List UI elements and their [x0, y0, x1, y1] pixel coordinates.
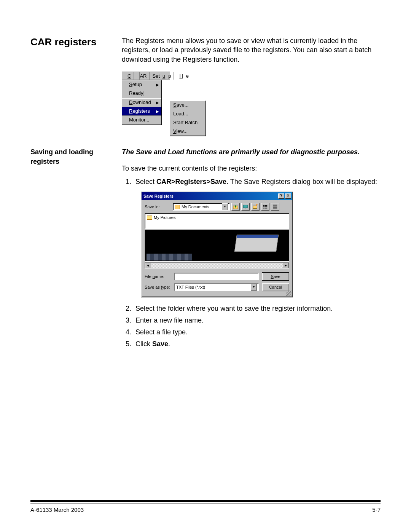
close-icon[interactable]: × [285, 193, 291, 199]
saveastype-label: Save as type: [145, 284, 171, 291]
scroll-left-icon[interactable]: ◄ [145, 263, 151, 268]
svg-rect-5 [263, 205, 264, 206]
help-icon[interactable]: ? [278, 193, 284, 199]
scroll-right-icon[interactable]: ► [283, 263, 289, 268]
menu-item-download[interactable]: Download▶ [122, 98, 161, 107]
step-4: Select a file type. [133, 327, 381, 337]
cancel-button[interactable]: Cancel [262, 283, 289, 291]
preview-pane [145, 230, 289, 262]
chevron-down-icon[interactable]: ▼ [251, 284, 257, 291]
footer-doc-id: A-61133 March 2003 [30, 506, 84, 513]
folder-icon [147, 216, 152, 220]
svg-rect-3 [253, 206, 257, 208]
svg-rect-2 [245, 208, 246, 209]
dialog-title: Save Registers [143, 193, 174, 200]
save-intro-text: To save the current contents of the regi… [122, 164, 381, 173]
chevron-down-icon[interactable]: ▼ [222, 203, 228, 210]
dialog-titlebar: Save Registers ? × [142, 192, 292, 200]
svg-rect-11 [273, 205, 277, 206]
svg-rect-9 [263, 208, 264, 209]
step-2: Select the folder where you want to save… [133, 304, 381, 314]
menu-item-registers[interactable]: Registers▶ [122, 107, 161, 116]
intro-paragraph: The Registers menu allows you to save or… [122, 36, 381, 64]
menu-item-setup[interactable]: Setup▶ [122, 80, 161, 89]
menubar-item-setup[interactable]: Setup [150, 72, 174, 80]
menu-item-ready[interactable]: Ready! [122, 89, 161, 98]
saveastype-combo[interactable]: TXT Files (*.txt) ▼ [174, 283, 259, 291]
step-1: Select CAR>Registers>Save. The Save Regi… [133, 177, 381, 297]
desktop-icon[interactable] [241, 203, 250, 211]
save-in-combo[interactable]: My Documents ▼ [173, 203, 230, 211]
svg-rect-12 [273, 206, 277, 206]
list-view-icon[interactable] [261, 203, 269, 211]
step-5: Click Save. [133, 339, 381, 349]
submenu-item-load[interactable]: Load... [170, 110, 206, 118]
diagnostic-note: The Save and Load functions are primaril… [122, 147, 381, 157]
svg-rect-13 [273, 207, 277, 208]
details-view-icon[interactable] [271, 203, 279, 211]
horizontal-scrollbar[interactable]: ◄ ► [145, 262, 289, 268]
submenu-item-view[interactable]: View... [170, 127, 206, 136]
menu-item-monitor[interactable]: Monitor... [122, 115, 161, 125]
section-title: CAR registers [30, 36, 122, 48]
registers-submenu: Save... Load... Start Batch View... [170, 101, 206, 136]
car-dropdown: Setup▶ Ready! Download▶ Registers▶ Monit… [122, 80, 162, 125]
submenu-item-save[interactable]: Save... [170, 101, 206, 110]
save-button[interactable]: Save [262, 272, 289, 281]
new-folder-icon[interactable] [251, 203, 260, 211]
filename-input[interactable] [174, 273, 259, 280]
subsection-heading: Saving and loading registers [30, 147, 122, 166]
page-footer: A-61133 March 2003 5-7 [30, 500, 381, 513]
menubar: CAR Setup He [122, 72, 170, 80]
footer-page-number: 5-7 [372, 506, 381, 513]
submenu-item-start-batch[interactable]: Start Batch [170, 118, 206, 127]
svg-rect-1 [244, 205, 248, 208]
svg-rect-10 [264, 208, 267, 209]
registers-menu-figure: CAR Setup He Setup▶ Ready! Download▶ Reg… [122, 72, 381, 136]
filename-label: File name: [145, 273, 171, 280]
save-registers-dialog: Save Registers ? × Save in: [141, 192, 293, 297]
file-list[interactable]: My Pictures [145, 213, 289, 229]
save-in-label: Save in: [145, 204, 171, 210]
list-item[interactable]: My Pictures [147, 214, 287, 221]
svg-rect-8 [264, 206, 267, 207]
svg-rect-14 [273, 208, 277, 209]
svg-rect-7 [263, 206, 264, 207]
menubar-item-help[interactable]: He [174, 72, 190, 80]
svg-rect-6 [264, 205, 267, 206]
up-folder-icon[interactable] [231, 203, 240, 211]
resize-grip-icon[interactable] [286, 291, 292, 296]
folder-icon [175, 205, 180, 209]
step-3: Enter a new file name. [133, 315, 381, 326]
menubar-item-car[interactable]: CAR [122, 72, 150, 80]
